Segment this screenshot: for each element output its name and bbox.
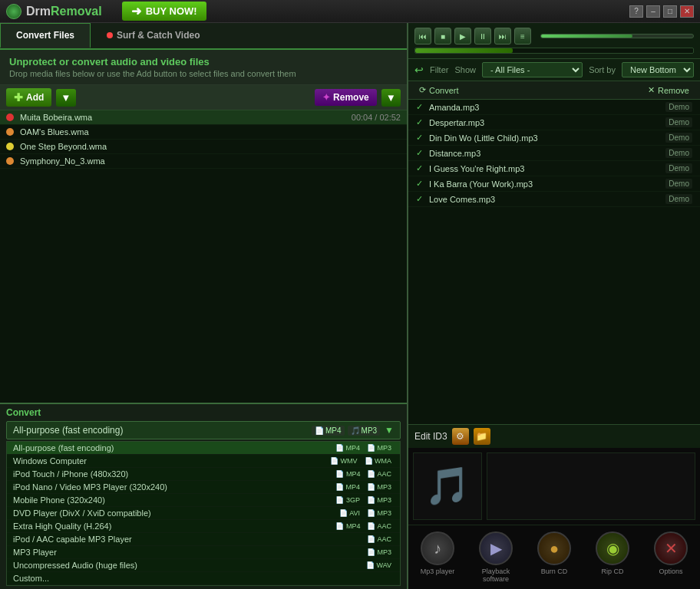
remove-rt-icon: ✕ <box>648 85 655 95</box>
main-content: Convert Files Surf & Catch Video Unprote… <box>0 23 700 589</box>
check-icon: ✓ <box>416 194 423 204</box>
bottom-btn-options[interactable]: ✕ Options <box>648 531 694 583</box>
right-file-name: Distance.mp3 <box>429 149 665 158</box>
right-file-badge: Demo <box>665 163 692 173</box>
right-file-item[interactable]: ✓ Distance.mp3 Demo <box>408 146 700 161</box>
sort-select[interactable]: New Bottom <box>622 62 694 77</box>
format-row[interactable]: iPod Touch / iPhone (480x320) 📄 MP4📄 AAC <box>7 468 400 481</box>
convert-rt-button[interactable]: ⟳ Convert <box>414 84 464 97</box>
mp3-player-icon: ♪ <box>421 531 454 565</box>
format-badge: 📄 MP3 <box>365 548 394 557</box>
progress-bar[interactable] <box>414 48 694 54</box>
pause-button[interactable]: ⏸ <box>474 28 491 44</box>
add-dropdown-button[interactable]: ▼ <box>56 89 75 107</box>
remove-star-icon: ✦ <box>322 92 330 103</box>
convert-section-label: Convert <box>6 407 401 418</box>
rewind-button[interactable]: ⏮ <box>414 28 431 44</box>
format-row[interactable]: DVD Player (DivX / XviD compatible) 📄 AV… <box>7 507 400 520</box>
progress-fill <box>415 48 513 53</box>
check-icon: ✓ <box>416 102 423 112</box>
format-row[interactable]: Windows Computer 📄 WMV📄 WMA <box>7 455 400 468</box>
bottom-btn-playback[interactable]: ▶ Playback software <box>473 531 519 583</box>
remove-rt-button[interactable]: ✕ Remove <box>643 84 694 97</box>
file-item[interactable]: OAM's Blues.wma <box>0 125 407 140</box>
format-row[interactable]: MP3 Player 📄 MP3 <box>7 546 400 559</box>
file-dot <box>6 157 14 165</box>
tab-surf-label: Surf & Catch Video <box>117 30 200 41</box>
title-bar-left: DrmRemoval ➜ BUY NOW! <box>6 2 206 21</box>
format-row[interactable]: All-purpose (fast encoding) 📄 MP4📄 MP3 <box>7 442 400 455</box>
format-row-name: iPod Touch / iPhone (480x320) <box>13 469 333 479</box>
right-file-name: Din Din Wo (Little Child).mp3 <box>429 133 665 143</box>
format-row[interactable]: iPod Nano / Video MP3 Player (320x240) 📄… <box>7 481 400 494</box>
play-button[interactable]: ▶ <box>454 28 471 44</box>
format-row[interactable]: Custom... <box>7 572 400 585</box>
tab-surf-catch[interactable]: Surf & Catch Video <box>91 23 216 48</box>
show-select[interactable]: - All Files - <box>482 62 583 77</box>
file-item[interactable]: One Step Beyond.wma <box>0 140 407 154</box>
mp3-player-label: Mp3 player <box>421 568 455 575</box>
right-file-item[interactable]: ✓ I Guess You're Right.mp3 Demo <box>408 161 700 176</box>
convert-header-subtitle: Drop media files below or use the Add bu… <box>9 69 398 78</box>
right-file-item[interactable]: ✓ Amanda.mp3 Demo <box>408 100 700 115</box>
remove-dropdown-button[interactable]: ▼ <box>381 89 401 107</box>
app-logo <box>6 4 21 19</box>
add-label: Add <box>26 92 44 103</box>
playback-icon: ▶ <box>479 531 513 565</box>
more-button[interactable]: ≡ <box>514 28 531 44</box>
file-item[interactable]: Muita Bobeira.wma 00:04 / 02:52 <box>0 110 407 125</box>
format-row-name: Custom... <box>13 574 394 583</box>
convert-section: Convert All-purpose (fast encoding) 📄 MP… <box>0 403 407 589</box>
show-label: Show <box>454 65 476 74</box>
check-icon: ✓ <box>416 163 423 173</box>
right-file-item[interactable]: ✓ Despertar.mp3 Demo <box>408 115 700 130</box>
volume-slider[interactable] <box>540 34 694 38</box>
close-button[interactable]: ✕ <box>680 5 694 18</box>
player-controls: ⏮ ■ ▶ ⏸ ⏭ ≡ <box>414 28 694 44</box>
format-badge: 📄 MP3 <box>365 495 394 505</box>
format-row-name: Windows Computer <box>13 456 328 466</box>
file-dot <box>6 143 14 150</box>
tab-convert-files[interactable]: Convert Files <box>0 23 91 48</box>
file-item[interactable]: Symphony_No_3.wma <box>0 154 407 169</box>
format-badge: 📄 MP3 <box>365 443 394 452</box>
right-file-name: Despertar.mp3 <box>429 118 665 127</box>
format-row[interactable]: Extra High Quality (H.264) 📄 MP4📄 AAC <box>7 520 400 533</box>
format-row-name: iPod / AAC capable MP3 Player <box>13 535 365 544</box>
forward-button[interactable]: ⏭ <box>494 28 511 44</box>
bottom-btn-mp3-player[interactable]: ♪ Mp3 player <box>414 531 461 583</box>
stop-button[interactable]: ■ <box>434 28 451 44</box>
add-button[interactable]: ✚ Add <box>6 88 51 107</box>
remove-button[interactable]: ✦ Remove <box>315 89 377 106</box>
format-badge: 📄 MP3 <box>365 482 394 492</box>
format-row[interactable]: iPod / AAC capable MP3 Player 📄 AAC <box>7 533 400 546</box>
album-area: 🎵 <box>408 448 700 525</box>
format-row-badges: 📄 MP4📄 AAC <box>333 469 394 479</box>
buy-now-label: BUY NOW! <box>146 5 197 17</box>
buy-now-button[interactable]: ➜ BUY NOW! <box>122 2 206 21</box>
bottom-btn-burn-cd[interactable]: ● Burn CD <box>531 531 577 583</box>
edit-id3-settings-button[interactable]: ⚙ <box>452 428 469 445</box>
bottom-btn-rip-cd[interactable]: ◉ Rip CD <box>589 531 636 583</box>
buy-now-arrow: ➜ <box>131 4 141 18</box>
edit-id3-label: Edit ID3 <box>414 431 447 442</box>
filter-back-icon[interactable]: ↩ <box>414 64 424 76</box>
format-row[interactable]: Uncompressed Audio (huge files) 📄 WAV <box>7 559 400 572</box>
maximize-button[interactable]: □ <box>663 5 677 18</box>
right-file-item[interactable]: ✓ Love Comes.mp3 Demo <box>408 192 700 207</box>
right-file-item[interactable]: ✓ I Ka Barra (Your Work).mp3 Demo <box>408 176 700 192</box>
rip-cd-label: Rip CD <box>601 568 623 575</box>
format-row-badges: 📄 WMV📄 WMA <box>328 456 394 466</box>
format-badge: 📄 MP4 <box>333 443 362 452</box>
tab-surf-dot <box>107 32 113 38</box>
minimize-button[interactable]: – <box>646 5 660 18</box>
format-badge: 📄 3GP <box>333 495 362 505</box>
format-row[interactable]: Mobile Phone (320x240) 📄 3GP📄 MP3 <box>7 494 400 507</box>
file-dot <box>6 114 14 121</box>
format-badge: 📄 WAV <box>364 561 394 570</box>
edit-id3-folder-button[interactable]: 📁 <box>474 428 490 445</box>
format-row-name: Mobile Phone (320x240) <box>13 495 333 505</box>
format-selector[interactable]: All-purpose (fast encoding) 📄 MP4 🎵 MP3 … <box>6 421 401 439</box>
help-button[interactable]: ? <box>629 5 643 18</box>
right-file-item[interactable]: ✓ Din Din Wo (Little Child).mp3 Demo <box>408 130 700 146</box>
